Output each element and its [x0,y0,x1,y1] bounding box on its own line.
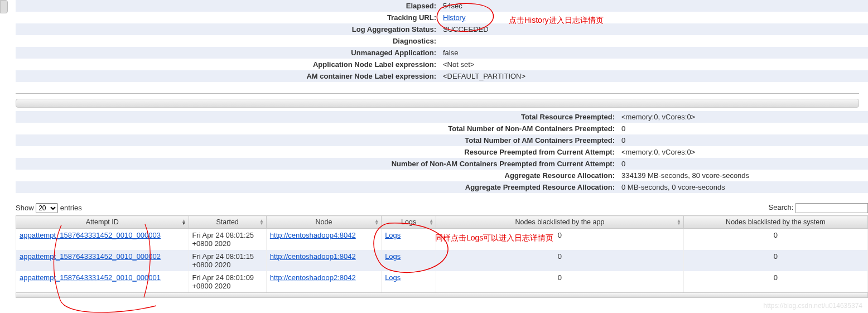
info-label: Diagnostics: [16,35,440,47]
table-row: appattempt_1587643331452_0010_000001Fri … [16,271,868,292]
attempts-table: Attempt ID ▲▼ Started ▲▼ Node ▲▼ Logs ▲▼… [16,215,868,292]
info-label: Tracking URL: [16,12,440,23]
info-label: Application Node Label expression: [16,59,440,70]
info-label: Elapsed: [16,0,440,12]
table-row: appattempt_1587643331452_0010_000003Fri … [16,229,868,251]
table-controls: Show 20 entries Search: [16,201,868,215]
info-label: AM container Node Label expression: [16,70,440,82]
col-node[interactable]: Node ▲▼ [266,216,381,229]
attempt-id-link[interactable]: appattempt_1587643331452_0010_000002 [20,252,161,261]
attempt-node-link[interactable]: http://centoshadoop4:8042 [270,231,356,239]
attempt-id-link[interactable]: appattempt_1587643331452_0010_000001 [20,273,161,282]
preempt-value: 0 MB-seconds, 0 vcore-seconds [618,181,868,193]
section-divider-bar [16,99,859,108]
sort-icon: ▲▼ [677,219,681,225]
col-blacklist-app[interactable]: Nodes blacklisted by the app ▲▼ [436,216,684,229]
attempt-logs-link[interactable]: Logs [385,252,401,261]
tracking-url-link[interactable]: History [443,13,465,22]
preempt-value: <memory:0, vCores:0> [618,111,868,123]
attempt-blacklist-system: 0 [683,229,867,251]
entries-label: entries [60,204,82,212]
sort-icon: ▲▼ [259,219,264,225]
info-value: <Not set> [440,59,868,70]
info-value [440,35,868,47]
preempt-label: Resource Preempted from Current Attempt: [16,146,618,158]
info-label: Log Aggregation Status: [16,23,440,35]
attempt-started: Fri Apr 24 08:01:15 +0800 2020 [189,250,266,271]
col-blacklist-system[interactable]: Nodes blacklisted by the system [683,216,867,229]
attempt-node-link[interactable]: http://centoshadoop2:8042 [270,273,356,282]
preempt-value: 0 [618,134,868,146]
table-footer-bar [16,292,868,298]
attempt-blacklist-app: 0 [436,250,684,271]
info-label: Unmanaged Application: [16,47,440,59]
preempt-value: 334139 MB-seconds, 80 vcore-seconds [618,170,868,181]
info-value: false [440,47,868,59]
col-attempt-id[interactable]: Attempt ID ▲▼ [16,216,189,229]
sort-icon: ▲▼ [374,219,379,225]
page-size-select[interactable]: 20 [36,203,58,213]
attempt-started: Fri Apr 24 08:01:09 +0800 2020 [189,271,266,292]
info-value: <DEFAULT_PARTITION> [440,70,868,82]
preempt-label: Aggregate Preempted Resource Allocation: [16,181,618,193]
col-logs[interactable]: Logs ▲▼ [382,216,436,229]
preempt-value: 0 [618,123,868,134]
info-value: History [440,12,868,23]
preempt-value: 0 [618,158,868,170]
left-gutter-handle [0,0,8,13]
attempt-blacklist-system: 0 [683,250,867,271]
info-value: 54sec [440,0,868,12]
attempt-started: Fri Apr 24 08:01:25 +0800 2020 [189,229,266,251]
col-started[interactable]: Started ▲▼ [189,216,266,229]
attempt-blacklist-app: 0 [436,271,684,292]
preempt-label: Total Number of Non-AM Containers Preemp… [16,123,618,134]
search-input[interactable] [795,203,868,213]
sort-icon: ▲▼ [429,219,433,225]
sort-icon: ▲▼ [182,219,186,225]
show-label: Show [16,204,34,212]
preempt-value: <memory:0, vCores:0> [618,146,868,158]
app-info-table: Elapsed:54secTracking URL:HistoryLog Agg… [16,0,868,82]
attempt-blacklist-app: 0 [436,229,684,251]
attempt-logs-link[interactable]: Logs [385,231,401,239]
preempt-label: Total Resource Preempted: [16,111,618,123]
attempt-id-link[interactable]: appattempt_1587643331452_0010_000003 [20,231,161,239]
preempt-label: Aggregate Resource Allocation: [16,170,618,181]
preempt-label: Number of Non-AM Containers Preempted fr… [16,158,618,170]
search-label: Search: [769,203,794,211]
table-row: appattempt_1587643331452_0010_000002Fri … [16,250,868,271]
attempt-logs-link[interactable]: Logs [385,273,401,282]
attempt-node-link[interactable]: http://centoshadoop1:8042 [270,252,356,261]
attempt-blacklist-system: 0 [683,271,867,292]
preempt-label: Total Number of AM Containers Preempted: [16,134,618,146]
info-value: SUCCEEDED [440,23,868,35]
preemption-info-table: Total Resource Preempted:<memory:0, vCor… [16,111,868,193]
